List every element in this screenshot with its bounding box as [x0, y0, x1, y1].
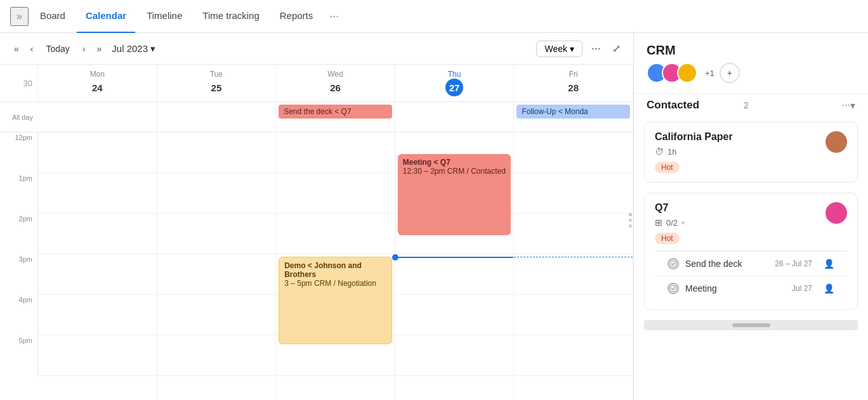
q7-tasks: Send the deck 26 – Jul 27 👤 Meeting Jul …: [655, 250, 847, 300]
expand-button[interactable]: ⤢: [610, 40, 623, 57]
current-time-bar: [398, 257, 514, 258]
current-time-line: [395, 257, 514, 258]
add-member-button[interactable]: +: [720, 63, 740, 83]
q7-avatar: [825, 202, 847, 224]
event-demo-title: Demo < Johnson and Brothers: [284, 261, 386, 279]
q7-card-header: Q7 ⊞ 0/2 ▾ Hot: [655, 202, 847, 244]
calendar-body-scroll[interactable]: 12pm 1pm 2pm 3pm 4pm 5pm: [0, 132, 633, 400]
tab-time-tracking[interactable]: Time tracking: [194, 0, 268, 33]
task-send-deck-name: Send the deck: [685, 259, 768, 269]
event-meeting-title: Meeting < Q7: [403, 158, 506, 167]
task-meeting-date: Jul 27: [792, 284, 812, 293]
time-2pm: 2pm: [0, 214, 38, 254]
event-meeting-sub: 12:30 – 2pm CRM / Contacted: [403, 167, 506, 176]
header-col-30: 30: [0, 65, 38, 101]
event-meeting[interactable]: Meeting < Q7 12:30 – 2pm CRM / Contacted: [398, 154, 511, 235]
time-4pm: 4pm: [0, 295, 38, 335]
week-selector[interactable]: Week ▾: [536, 41, 582, 57]
header-col-thu27: Thu 27: [395, 65, 515, 101]
time-1pm: 1pm: [0, 173, 38, 214]
california-paper-name: California Paper: [655, 131, 733, 143]
allday-mon: [38, 102, 157, 132]
california-paper-meta: ⏱ 1h: [655, 146, 733, 157]
time-5pm: 5pm: [0, 335, 38, 376]
contacted-title: Contacted: [647, 99, 740, 112]
event-demo[interactable]: Demo < Johnson and Brothers 3 – 5pm CRM …: [279, 257, 392, 344]
task-meeting-name: Meeting: [685, 283, 786, 294]
scroll-thumb-container: [644, 320, 858, 330]
contacted-toggle-button[interactable]: ▾: [850, 100, 855, 112]
day-col-wed: Demo < Johnson and Brothers 3 – 5pm CRM …: [276, 132, 395, 400]
timer-icon: ⏱: [655, 146, 664, 157]
next-button[interactable]: ›: [79, 41, 89, 56]
california-paper-time: 1h: [667, 147, 676, 157]
allday-event-send-deck[interactable]: Send the deck < Q7: [279, 105, 392, 119]
tab-timeline[interactable]: Timeline: [138, 0, 191, 33]
allday-wed[interactable]: Send the deck < Q7: [276, 102, 395, 132]
day-col-tue: [157, 132, 277, 400]
task-meeting: Meeting Jul 27 👤: [655, 276, 847, 300]
tab-calendar[interactable]: Calendar: [77, 0, 135, 33]
task-send-deck: Send the deck 26 – Jul 27 👤: [655, 251, 847, 276]
contacted-count: 2: [744, 100, 749, 110]
today-button[interactable]: Today: [41, 41, 74, 56]
crm-title: CRM: [634, 33, 868, 63]
calendar-header: 30 Mon 24 Tue 25 Wed 26 Thu 27 Fri 28: [0, 65, 633, 102]
california-paper-tag[interactable]: Hot: [655, 162, 680, 173]
task-send-deck-check[interactable]: [667, 258, 679, 269]
nav-collapse-button[interactable]: »: [10, 7, 29, 26]
prev-button[interactable]: ‹: [27, 41, 37, 56]
california-paper-card[interactable]: California Paper ⏱ 1h Hot: [644, 122, 858, 183]
tab-board[interactable]: Board: [31, 0, 74, 33]
q7-name: Q7: [655, 202, 685, 214]
subtask-icon: ⊞: [655, 217, 662, 228]
q7-subtasks: 0/2: [666, 218, 678, 228]
day-col-fri: [514, 132, 633, 400]
prev-prev-button[interactable]: «: [10, 41, 23, 56]
header-col-wed26: Wed 26: [276, 65, 395, 101]
q7-tag[interactable]: Hot: [655, 233, 680, 244]
calendar-area: « ‹ Today › » Jul 2023 ▾ Week ▾ ··· ⤢ 30…: [0, 33, 633, 400]
main-layout: « ‹ Today › » Jul 2023 ▾ Week ▾ ··· ⤢ 30…: [0, 33, 868, 400]
crm-panel: CRM +1 + Contacted 2 ··· ▾ California Pa…: [633, 33, 868, 400]
scroll-handle: [629, 213, 632, 228]
calendar-toolbar: « ‹ Today › » Jul 2023 ▾ Week ▾ ··· ⤢: [0, 33, 633, 65]
avatar-more-count: +1: [705, 68, 714, 78]
tab-reports[interactable]: Reports: [271, 0, 322, 33]
allday-fri[interactable]: Follow-Up < Monda: [514, 102, 633, 132]
task-send-deck-assignee: 👤: [824, 259, 834, 269]
allday-event-followup[interactable]: Follow-Up < Monda: [516, 105, 630, 119]
day-col-thu: Meeting < Q7 12:30 – 2pm CRM / Contacted: [395, 132, 515, 400]
avatar-3: [677, 63, 697, 83]
avatar-group: [647, 63, 697, 83]
header-col-fri28: Fri 28: [514, 65, 633, 101]
date-label[interactable]: Jul 2023 ▾: [112, 43, 155, 55]
header-col-mon24: Mon 24: [38, 65, 157, 101]
q7-meta: ⊞ 0/2 ▾: [655, 217, 685, 228]
contacted-more-button[interactable]: ···: [842, 100, 850, 111]
task-send-deck-date: 26 – Jul 27: [775, 259, 812, 268]
contacted-section-header: Contacted 2 ··· ▾: [634, 93, 868, 117]
task-meeting-check[interactable]: [667, 283, 679, 294]
current-time-line-fri: [514, 257, 633, 258]
toolbar-more-button[interactable]: ···: [586, 39, 606, 58]
calendar-body: 12pm 1pm 2pm 3pm 4pm 5pm: [0, 132, 633, 400]
q7-card[interactable]: Q7 ⊞ 0/2 ▾ Hot: [644, 193, 858, 310]
nav-more-button[interactable]: ···: [324, 7, 344, 25]
allday-thu: [395, 102, 515, 132]
allday-tue: [157, 102, 277, 132]
header-col-tue25: Tue 25: [157, 65, 277, 101]
next-next-button[interactable]: »: [93, 41, 106, 56]
top-nav: » Board Calendar Timeline Time tracking …: [0, 0, 868, 33]
time-12pm: 12pm: [0, 132, 38, 173]
time-3pm: 3pm: [0, 254, 38, 295]
time-column: 12pm 1pm 2pm 3pm 4pm 5pm: [0, 132, 38, 400]
california-paper-avatar: [825, 131, 847, 153]
event-demo-sub: 3 – 5pm CRM / Negotiation: [284, 279, 386, 288]
california-paper-card-header: California Paper ⏱ 1h Hot: [655, 131, 847, 173]
current-time-dot: [392, 254, 398, 261]
task-meeting-assignee: 👤: [824, 283, 834, 294]
scroll-thumb[interactable]: [732, 323, 770, 327]
allday-label: All day: [0, 102, 38, 132]
day-col-mon: [38, 132, 157, 400]
